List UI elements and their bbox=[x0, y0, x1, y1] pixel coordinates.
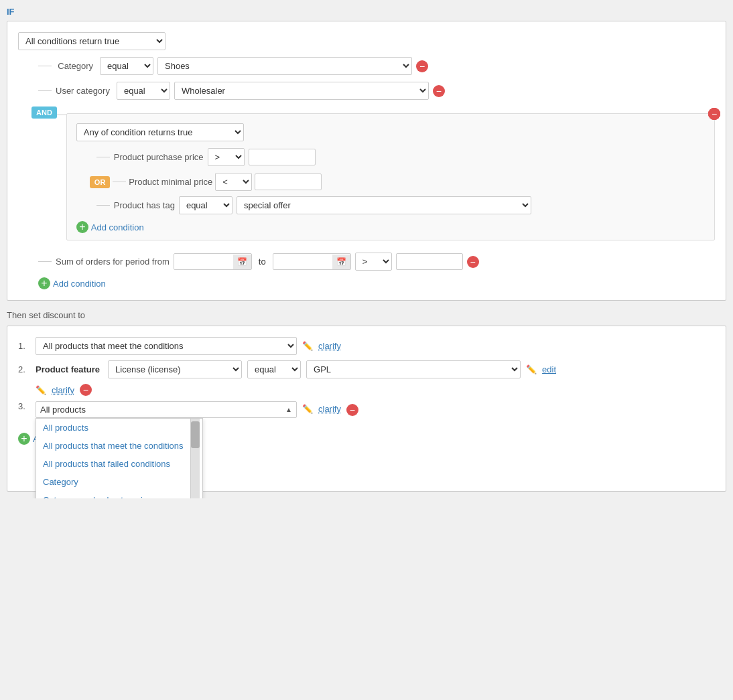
tag-value-select[interactable]: special offer bbox=[237, 196, 531, 214]
row-num-1: 1. bbox=[18, 341, 30, 351]
user-category-row: User category equal Wholesaler bbox=[38, 82, 715, 100]
remove-row3-btn[interactable] bbox=[346, 404, 358, 416]
remove-user-category-btn[interactable] bbox=[433, 85, 445, 97]
minimal-value-input[interactable]: 5000 bbox=[255, 173, 322, 190]
dropdown-scroll-wrapper: All products All products that meet the … bbox=[36, 419, 202, 498]
user-category-operator-select[interactable]: equal bbox=[117, 82, 170, 100]
category-row: Category equal Shoes bbox=[38, 57, 715, 75]
then-label: Then set discount to bbox=[7, 310, 726, 320]
outer-add-label: Add condition bbox=[53, 279, 106, 289]
nested-add-label: Add condition bbox=[91, 222, 144, 232]
then-panel: 1. All products that meet the conditions… bbox=[7, 326, 726, 492]
to-label: to bbox=[259, 257, 266, 267]
dropdown-option-category[interactable]: Category bbox=[36, 473, 190, 491]
sum-orders-label: Sum of orders for period from bbox=[56, 257, 170, 267]
date-from-input[interactable]: 2017-01-01 bbox=[174, 254, 233, 269]
nested-panel: Any of condition returns true Product pu… bbox=[66, 113, 715, 240]
nested-add-icon bbox=[76, 221, 88, 233]
outer-add-condition-btn[interactable]: Add condition bbox=[38, 277, 106, 289]
product-minimal-label: Product minimal price bbox=[129, 177, 212, 187]
and-badge: AND bbox=[31, 107, 57, 119]
if-label: IF bbox=[7, 7, 726, 17]
tag-operator-select[interactable]: equal bbox=[179, 196, 232, 214]
feature-label: Product feature bbox=[36, 364, 100, 374]
orders-operator-select[interactable]: > bbox=[355, 253, 392, 271]
minimal-operator-select[interactable]: < bbox=[215, 173, 252, 191]
or-row: OR Product minimal price < 5000 bbox=[90, 173, 705, 191]
add-discount-icon bbox=[18, 433, 30, 445]
or-badge: OR bbox=[90, 176, 111, 188]
dropdown-option-failed-conditions[interactable]: All products that failed conditions bbox=[36, 455, 190, 473]
user-category-value-select[interactable]: Wholesaler bbox=[174, 82, 429, 100]
nested-add-condition-btn[interactable]: Add condition bbox=[76, 221, 144, 233]
date-from-wrap: 2017-01-01 📅 bbox=[174, 253, 252, 270]
product-tag-row: Product has tag equal special offer bbox=[96, 196, 705, 214]
top-condition-select[interactable]: All conditions return true bbox=[18, 32, 165, 50]
pencil-icon-2b: ✏️ bbox=[36, 385, 46, 395]
discount-row-1: 1. All products that meet the conditions… bbox=[18, 337, 715, 355]
date-to-wrap: 2017-01-31 📅 bbox=[273, 253, 351, 270]
purchase-value-input[interactable]: 2500 bbox=[249, 149, 316, 165]
if-panel: All conditions return true Category equa… bbox=[7, 21, 726, 301]
calendar-to-icon[interactable]: 📅 bbox=[332, 255, 350, 269]
date-to-input[interactable]: 2017-01-31 bbox=[273, 254, 332, 269]
dropdown-arrow-3: ▲ bbox=[285, 406, 292, 413]
feature-select[interactable]: License (license) bbox=[108, 360, 242, 378]
pencil-icon-1: ✏️ bbox=[302, 341, 313, 351]
discount-row-3: 3. All products ▲ All products All produ… bbox=[18, 401, 715, 418]
remove-tag-btn[interactable] bbox=[708, 108, 720, 120]
dropdown-option-meet-conditions[interactable]: All products that meet the conditions bbox=[36, 437, 190, 455]
row2-sub: ✏️ clarify bbox=[36, 384, 715, 396]
product-purchase-label: Product purchase price bbox=[114, 152, 204, 162]
dropdown-list-3: All products All products that meet the … bbox=[36, 418, 203, 498]
user-category-label: User category bbox=[56, 86, 113, 96]
category-value-select[interactable]: Shoes bbox=[157, 57, 412, 75]
clarify-link-2[interactable]: clarify bbox=[52, 385, 74, 395]
dropdown-scrollbar[interactable] bbox=[190, 419, 200, 498]
product-purchase-row: Product purchase price > 2500 bbox=[96, 148, 705, 166]
all-products-select[interactable]: All products ▲ bbox=[36, 401, 297, 418]
discount-row-2: 2. Product feature License (license) equ… bbox=[18, 360, 715, 378]
scrollbar-thumb bbox=[191, 421, 200, 448]
product-tag-label: Product has tag bbox=[114, 200, 175, 210]
dropdown-option-category-sub[interactable]: Category and subcategories bbox=[36, 491, 190, 498]
dropdown-option-all-products[interactable]: All products bbox=[36, 419, 190, 437]
orders-value-input[interactable]: 90000 bbox=[396, 253, 463, 270]
pencil-icon-3: ✏️ bbox=[302, 404, 313, 414]
row-num-3: 3. bbox=[18, 401, 30, 411]
dropdown-open-3: All products ▲ All products All products… bbox=[36, 401, 297, 418]
pencil-icon-2: ✏️ bbox=[526, 364, 537, 374]
all-products-select-text: All products bbox=[40, 405, 283, 415]
purchase-operator-select[interactable]: > bbox=[208, 148, 245, 166]
sum-orders-row: Sum of orders for period from 2017-01-01… bbox=[38, 253, 715, 271]
nested-group-wrapper: AND Any of condition returns true Produc… bbox=[31, 107, 715, 247]
calendar-from-icon[interactable]: 📅 bbox=[233, 255, 251, 269]
clarify-link-1[interactable]: clarify bbox=[318, 341, 341, 351]
feature-operator-select[interactable]: equal bbox=[247, 360, 301, 378]
remove-orders-btn[interactable] bbox=[467, 256, 479, 268]
category-operator-select[interactable]: equal bbox=[100, 57, 153, 75]
row-num-2: 2. bbox=[18, 364, 30, 374]
category-label: Category bbox=[56, 61, 96, 71]
remove-category-btn[interactable] bbox=[416, 60, 428, 72]
remove-row2-btn[interactable] bbox=[80, 384, 92, 396]
top-condition-row: All conditions return true bbox=[18, 32, 715, 50]
outer-add-icon bbox=[38, 277, 50, 289]
clarify-link-3[interactable]: clarify bbox=[318, 404, 341, 414]
dropdown-items: All products All products that meet the … bbox=[36, 419, 190, 498]
discount-select-1[interactable]: All products that meet the conditions bbox=[36, 337, 297, 355]
edit-link-2[interactable]: edit bbox=[542, 364, 556, 374]
nested-condition-row: Any of condition returns true bbox=[76, 123, 705, 141]
nested-condition-select[interactable]: Any of condition returns true bbox=[76, 123, 244, 141]
feature-value-select[interactable]: GPL bbox=[306, 360, 521, 378]
